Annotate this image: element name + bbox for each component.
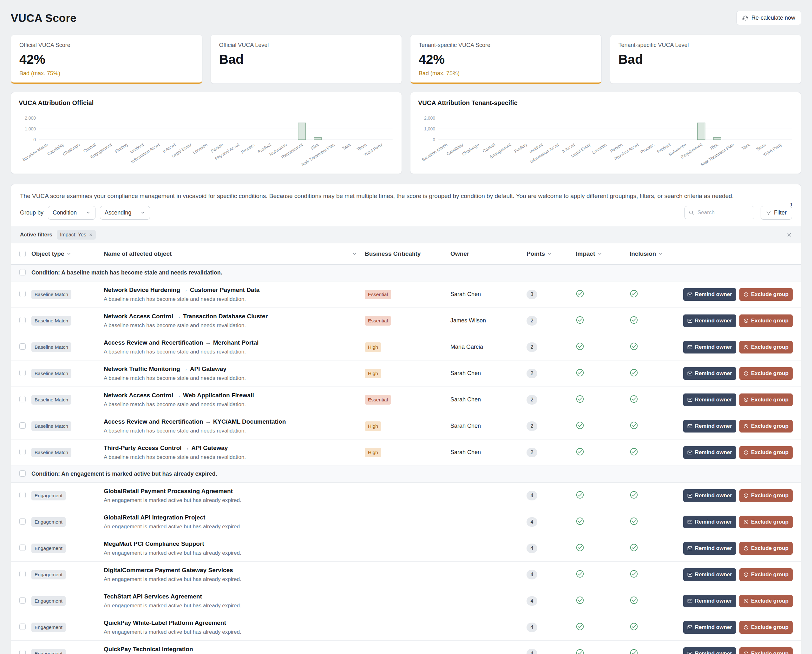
exclude-group-button[interactable]: Exclude group	[739, 594, 793, 607]
select-all-checkbox[interactable]	[19, 251, 26, 257]
envelope-icon	[687, 292, 692, 297]
arrow-separator: →	[205, 339, 211, 346]
remove-filter-icon[interactable]	[89, 233, 93, 237]
score-card-value: Bad	[618, 52, 793, 67]
row-checkbox[interactable]	[19, 449, 26, 455]
remind-owner-button[interactable]: Remind owner	[683, 393, 736, 406]
column-header-impact[interactable]: Impact	[576, 243, 630, 264]
exclude-group-button[interactable]: Exclude group	[739, 516, 793, 528]
remind-owner-button[interactable]: Remind owner	[683, 420, 736, 432]
exclude-group-button[interactable]: Exclude group	[739, 420, 793, 432]
exclude-group-button[interactable]: Exclude group	[739, 489, 793, 502]
inclusion-check-icon	[630, 395, 638, 403]
column-header-name[interactable]: Name of affected object	[104, 243, 365, 264]
exclude-group-button[interactable]: Exclude group	[739, 542, 793, 555]
row-checkbox[interactable]	[19, 571, 26, 577]
group-condition-label: Condition: An engagement is marked activ…	[31, 471, 801, 477]
impact-check-icon	[576, 622, 584, 631]
group-checkbox[interactable]	[19, 470, 26, 477]
remind-owner-button[interactable]: Remind owner	[683, 621, 736, 634]
row-checkbox[interactable]	[19, 492, 26, 498]
remind-owner-button[interactable]: Remind owner	[683, 594, 736, 607]
exclude-icon	[743, 520, 749, 524]
score-card: Tenant-specific VUCA Score 42% Bad (max.…	[410, 35, 602, 84]
remind-owner-label: Remind owner	[695, 651, 732, 654]
envelope-icon	[687, 625, 692, 630]
bar	[298, 123, 306, 140]
remind-owner-label: Remind owner	[695, 545, 732, 552]
envelope-icon	[687, 397, 692, 402]
remind-owner-button[interactable]: Remind owner	[683, 367, 736, 380]
row-checkbox[interactable]	[19, 518, 26, 524]
exclude-group-label: Exclude group	[751, 397, 789, 403]
search-input[interactable]	[684, 206, 754, 219]
remind-owner-button[interactable]: Remind owner	[683, 516, 736, 528]
svg-text:Task: Task	[342, 142, 352, 151]
object-type-badge: Baseline Match	[31, 342, 71, 352]
row-checkbox[interactable]	[19, 597, 26, 604]
remind-owner-button[interactable]: Remind owner	[683, 568, 736, 581]
object-type-badge: Engagement	[31, 570, 66, 579]
remind-owner-button[interactable]: Remind owner	[683, 489, 736, 502]
table-row: Baseline Match Network Access Control→Tr…	[11, 308, 801, 334]
exclude-icon	[743, 599, 749, 604]
clear-filters-icon[interactable]	[786, 232, 792, 238]
column-header-object-type[interactable]: Object type	[31, 243, 104, 264]
svg-text:2,000: 2,000	[25, 116, 36, 121]
exclude-group-button[interactable]: Exclude group	[739, 367, 793, 380]
filter-button[interactable]: Filter	[761, 206, 792, 220]
criticality-badge: High	[365, 342, 381, 352]
column-header-criticality[interactable]: Business Criticality	[365, 243, 450, 264]
remind-owner-button[interactable]: Remind owner	[683, 446, 736, 459]
chevron-down-icon	[547, 251, 552, 257]
inclusion-check-icon	[630, 368, 638, 377]
column-header-points[interactable]: Points	[527, 243, 576, 264]
envelope-icon	[687, 345, 692, 350]
row-checkbox[interactable]	[19, 544, 26, 551]
remind-owner-button[interactable]: Remind owner	[683, 315, 736, 327]
sort-order-select[interactable]: Ascending	[100, 206, 150, 220]
envelope-icon	[687, 423, 692, 429]
object-type-badge: Engagement	[31, 623, 66, 632]
remind-owner-button[interactable]: Remind owner	[683, 341, 736, 353]
row-checkbox[interactable]	[19, 623, 26, 630]
group-checkbox[interactable]	[19, 269, 26, 275]
inclusion-check-icon	[630, 596, 638, 605]
exclude-group-button[interactable]: Exclude group	[739, 446, 793, 459]
row-checkbox[interactable]	[19, 370, 26, 376]
column-header-inclusion[interactable]: Inclusion	[630, 243, 684, 264]
remind-owner-label: Remind owner	[695, 370, 732, 377]
exclude-group-button[interactable]: Exclude group	[739, 341, 793, 353]
row-checkbox[interactable]	[19, 396, 26, 402]
column-header-owner[interactable]: Owner	[450, 243, 527, 264]
row-checkbox[interactable]	[19, 650, 26, 654]
points-badge: 4	[527, 491, 537, 500]
recalculate-button[interactable]: Re-calculate now	[737, 11, 801, 25]
chart-title: VUCA Attribution Official	[19, 99, 394, 107]
exclude-group-button[interactable]: Exclude group	[739, 315, 793, 327]
object-name: MegaMart PCI Compliance Support	[104, 540, 204, 547]
row-checkbox[interactable]	[19, 343, 26, 350]
row-checkbox[interactable]	[19, 317, 26, 323]
points-badge: 3	[527, 290, 537, 299]
row-checkbox[interactable]	[19, 291, 26, 297]
impact-check-icon	[576, 596, 584, 605]
group-by-select[interactable]: Condition	[48, 206, 95, 220]
remind-owner-button[interactable]: Remind owner	[683, 288, 736, 301]
chevron-down-icon	[597, 251, 602, 257]
exclude-group-button[interactable]: Exclude group	[739, 621, 793, 634]
exclude-group-button[interactable]: Exclude group	[739, 288, 793, 301]
points-badge: 4	[527, 649, 537, 654]
table-row: Engagement GlobalRetail Payment Processi…	[11, 483, 801, 509]
remind-owner-label: Remind owner	[695, 291, 732, 298]
remind-owner-button[interactable]: Remind owner	[683, 647, 736, 654]
exclude-group-button[interactable]: Exclude group	[739, 393, 793, 406]
row-checkbox[interactable]	[19, 422, 26, 429]
object-name: QuickPay White-Label Platform Agreement	[104, 619, 226, 626]
inclusion-check-icon	[630, 342, 638, 351]
exclude-icon	[743, 345, 749, 350]
exclude-group-button[interactable]: Exclude group	[739, 568, 793, 581]
remind-owner-button[interactable]: Remind owner	[683, 542, 736, 555]
criticality-badge: High	[365, 448, 381, 457]
exclude-group-button[interactable]: Exclude group	[739, 647, 793, 654]
